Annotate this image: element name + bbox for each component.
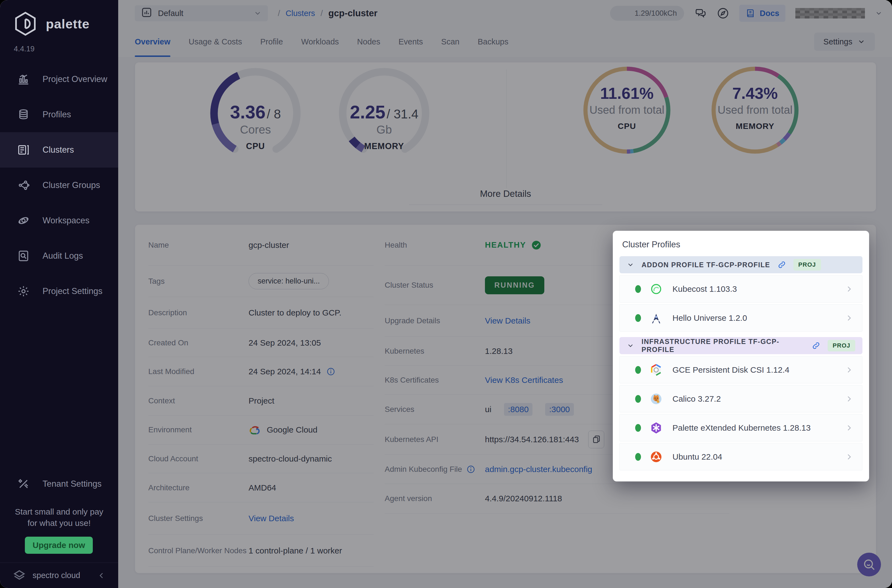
detail-link[interactable]: View Details (249, 514, 294, 523)
copy-button[interactable] (588, 430, 604, 448)
sidebar-item-cluster-groups[interactable]: Cluster Groups (0, 168, 118, 203)
sidebar-item-profiles[interactable]: Profiles (0, 97, 118, 132)
chevron-down-icon (857, 38, 865, 46)
profile-pack-gce-persistent-disk-csi-1-12-4[interactable]: GCE Persistent Disk CSI 1.12.4 (619, 356, 862, 384)
explore-button[interactable] (716, 7, 729, 20)
project-overview-icon (17, 73, 30, 86)
tab-profile[interactable]: Profile (260, 27, 283, 57)
search-fab-button[interactable] (857, 553, 881, 576)
detail-label-text: Architecture (148, 483, 189, 492)
scope-badge: PROJ (793, 259, 821, 270)
link-icon (777, 260, 786, 269)
environment-name: Google Cloud (267, 425, 317, 435)
sidebar-item-audit-logs[interactable]: Audit Logs (0, 238, 118, 274)
pack-name: Palette eXtended Kubernetes 1.28.13 (673, 423, 811, 433)
chevron-down-icon[interactable] (875, 9, 883, 17)
service-port-link[interactable]: :3000 (545, 403, 574, 416)
docs-label: Docs (760, 9, 779, 18)
tabs: OverviewUsage & CostsProfileWorkloadsNod… (135, 27, 508, 57)
more-details-button[interactable]: More Details (409, 189, 602, 205)
health-label: HEALTHY (485, 240, 526, 249)
cpu-donut-percent: 11.61% (581, 84, 673, 102)
tab-scan[interactable]: Scan (441, 27, 460, 57)
detail-link[interactable]: View K8s Certificates (485, 375, 563, 385)
breadcrumb-separator: / (321, 9, 323, 18)
tab-backups[interactable]: Backups (478, 27, 508, 57)
detail-row-description: DescriptionCluster to deploy to GCP. (148, 297, 374, 329)
profile-pack-ubuntu-22-04[interactable]: Ubuntu 22.04 (619, 443, 862, 470)
detail-label-text: Cloud Account (148, 454, 198, 463)
scope-badge: PROJ (827, 340, 855, 351)
memory-gauge-value: 2.25 / 31.4 (337, 102, 431, 123)
profile-pack-calico-3-27-2[interactable]: Calico 3.27.2 (619, 385, 862, 412)
profile-section-header-addon-profile-tf-gcp-profile[interactable]: ADDON PROFILE TF-GCP-PROFILEPROJ (619, 256, 862, 273)
breadcrumb-clusters-link[interactable]: Clusters (285, 9, 315, 18)
topbar: Default / Clusters / gcp-cluster 1.29/10… (118, 0, 892, 27)
sidebar-tenant-wrap: Tenant Settings (0, 466, 118, 502)
cluster-settings-button[interactable]: Settings (814, 33, 875, 51)
upgrade-now-button[interactable]: Upgrade now (25, 537, 93, 554)
detail-label: Name (148, 241, 249, 249)
user-menu-redacted[interactable] (795, 8, 865, 18)
profile-pack-hello-universe-1-2-0[interactable]: Hello Universe 1.2.0 (619, 304, 862, 332)
profile-pack-kubecost-1-103-3[interactable]: Kubecost 1.103.3 (619, 275, 862, 303)
chat-button[interactable] (694, 7, 707, 20)
sidebar-item-workspaces[interactable]: Workspaces (0, 203, 118, 238)
detail-label: Architecture (148, 483, 249, 492)
detail-label-text: Health (385, 241, 407, 249)
chevron-down-icon (254, 9, 262, 17)
app-window: palette 4.4.19 Project OverviewProfilesC… (0, 0, 892, 588)
detail-row-cluster-settings: Cluster SettingsView Details (148, 502, 374, 535)
detail-row-control-plane-worker-nodes: Control Plane/Worker Nodes1 control-plan… (148, 535, 374, 567)
cpu-total-donut: 11.61% Used from total CPU (581, 64, 673, 156)
profile-pack-palette-extended-kubernetes-1-28-13[interactable]: Palette eXtended Kubernetes 1.28.13 (619, 414, 862, 441)
tab-workloads[interactable]: Workloads (301, 27, 339, 57)
info-icon[interactable] (466, 465, 475, 474)
detail-row-architecture: ArchitectureAMD64 (148, 473, 374, 502)
tab-nodes[interactable]: Nodes (357, 27, 380, 57)
detail-link[interactable]: admin.gcp-cluster.kubeconfig (485, 465, 592, 474)
tab-overview[interactable]: Overview (135, 27, 170, 57)
chevron-right-icon (844, 452, 854, 462)
detail-value: spectro-cloud-dynamic (249, 454, 332, 464)
sidebar-item-tenant-settings[interactable]: Tenant Settings (0, 466, 118, 502)
sidebar-item-project-overview[interactable]: Project Overview (0, 62, 118, 97)
detail-label: K8s Certificates (385, 376, 485, 384)
detail-row-last-modified: Last Modified24 Sep 2024, 14:14 (148, 357, 374, 386)
promo-line-2: for what you use! (0, 518, 118, 529)
spectro-cloud-logo-icon (12, 568, 27, 583)
ubuntu-logo (650, 450, 662, 463)
detail-link[interactable]: View Details (485, 316, 530, 326)
profile-section-header-infrastructure-profile-tf-gcp-profile[interactable]: INFRASTRUCTURE PROFILE TF-GCP-PROFILEPRO… (619, 337, 862, 354)
detail-label-text: Control Plane/Worker Nodes (148, 546, 246, 555)
service-port-link[interactable]: :8080 (504, 403, 532, 416)
tab-events[interactable]: Events (398, 27, 423, 57)
cpu-total: 8 (274, 107, 281, 121)
project-selector[interactable]: Default (135, 5, 268, 21)
docs-button[interactable]: Docs (739, 5, 785, 22)
sidebar-collapse-button[interactable] (97, 571, 106, 580)
detail-label-text: Upgrade Details (385, 316, 440, 325)
pack-name: Kubecost 1.103.3 (673, 284, 737, 294)
detail-label: Admin Kubeconfig File (385, 465, 485, 474)
panel-sections: ADDON PROFILE TF-GCP-PROFILEPROJKubecost… (619, 256, 862, 470)
cluster-profiles-panel: Cluster Profiles ADDON PROFILE TF-GCP-PR… (613, 231, 869, 482)
gce-disk-logo (650, 364, 662, 376)
pack-status-dot (635, 453, 641, 461)
detail-label-text: Environment (148, 425, 192, 434)
pack-status-dot (635, 285, 641, 293)
memory-gauge-label: MEMORY (337, 141, 431, 151)
breadcrumb-separator: / (278, 9, 280, 18)
cluster-groups-icon (17, 179, 30, 192)
cpu-donut-label: CPU (581, 122, 673, 131)
sidebar-item-clusters[interactable]: Clusters (0, 132, 118, 168)
cpu-gauge-value: 3.36 / 8 (209, 102, 302, 123)
environment-value: Google Cloud (249, 425, 317, 435)
sidebar-item-label: Project Settings (42, 286, 102, 296)
pack-name: Hello Universe 1.2.0 (673, 314, 747, 323)
sidebar-item-project-settings[interactable]: Project Settings (0, 274, 118, 309)
tab-usage-costs[interactable]: Usage & Costs (189, 27, 242, 57)
detail-label: Cloud Account (148, 454, 249, 463)
info-icon[interactable] (326, 367, 335, 376)
chevron-left-icon (97, 571, 106, 580)
